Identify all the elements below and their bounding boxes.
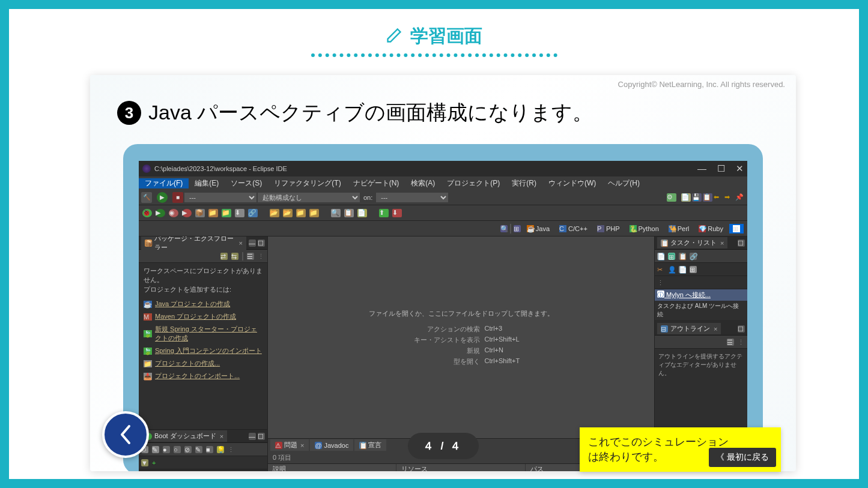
minimize-view-icon[interactable]: ☐ <box>738 239 745 247</box>
close-icon[interactable]: ✕ <box>736 163 744 174</box>
menu-run[interactable]: 実行(R) <box>506 178 542 188</box>
maximize-view-icon[interactable]: ☐ <box>258 433 265 440</box>
link-java-project[interactable]: Java プロジェクトの作成 <box>155 300 230 309</box>
perspective-java[interactable]: ☕Java <box>523 224 553 233</box>
tb-icon-5[interactable]: 🔗 <box>248 209 258 217</box>
menu-search[interactable]: 検索(A) <box>405 178 441 188</box>
launch-selector-2[interactable]: --- <box>376 193 448 202</box>
minimize-view-icon[interactable]: — <box>249 433 256 440</box>
tab-problems[interactable]: ⚠問題× <box>270 439 309 451</box>
perspective-perl[interactable]: 🐪Perl <box>665 224 693 233</box>
perspective-ruby[interactable]: 💎Ruby <box>695 224 727 233</box>
forward-icon[interactable]: ➡ <box>724 193 734 202</box>
tb-icon-10[interactable]: 🔍 <box>331 209 341 217</box>
tb-icon-12[interactable]: 📄 <box>357 209 367 217</box>
previous-button[interactable] <box>102 411 149 458</box>
tb-icon-8[interactable]: 📁 <box>296 209 306 217</box>
link-import-project[interactable]: プロジェクトのインポート... <box>155 372 240 381</box>
task-menu-icon[interactable]: ⋮ <box>657 279 664 286</box>
task-icon-4[interactable]: 🔗 <box>690 253 697 260</box>
coverage-icon[interactable]: ◉ <box>169 209 178 217</box>
task-list-tab[interactable]: 📋 タスク・リスト × <box>657 237 727 249</box>
collapse-all-icon[interactable]: ⇄ <box>220 253 228 260</box>
outline-menu-icon[interactable]: ⋮ <box>738 339 745 346</box>
minimize-icon[interactable]: — <box>697 163 706 174</box>
boot-icon-8[interactable]: 💡 <box>217 446 224 453</box>
menu-help[interactable]: ヘルプ(H) <box>602 178 646 188</box>
perspective-python[interactable]: 🐍Python <box>626 224 663 233</box>
debug-icon[interactable]: 🐞 <box>142 209 152 217</box>
settings-icon[interactable]: ⚙ <box>667 193 676 202</box>
outline-tab[interactable]: ⊟ アウトライン × <box>657 323 721 334</box>
task-icon-2[interactable]: ⊞ <box>668 253 675 260</box>
boot-icon-7[interactable]: ■ <box>206 446 213 453</box>
tb-icon-14[interactable]: ⬇ <box>392 209 402 217</box>
quick-access-icon[interactable]: 🔍 <box>500 225 508 232</box>
task-icon-8[interactable]: ⊞ <box>690 266 697 273</box>
build-icon[interactable]: 🔨 <box>141 192 152 203</box>
menu-file[interactable]: ファイル(F) <box>139 178 189 188</box>
launch-selector-1[interactable]: --- <box>184 193 256 202</box>
tab-javadoc[interactable]: @Javadoc <box>310 439 353 451</box>
close-icon[interactable]: × <box>714 325 717 333</box>
pin-icon[interactable]: 📌 <box>735 193 745 202</box>
link-editor-icon[interactable]: ⇆ <box>231 253 238 260</box>
run2-icon[interactable]: ▶ <box>156 209 165 217</box>
boot-filter-icon[interactable]: ▼ <box>141 459 148 466</box>
tb-icon-6[interactable]: 📂 <box>270 209 279 217</box>
tb-icon-1[interactable]: 📦 <box>195 209 205 217</box>
tb-icon-11[interactable]: 📋 <box>344 209 354 217</box>
tb-icon-3[interactable]: 📁 <box>222 209 231 217</box>
menu-refactor[interactable]: リファクタリング(T) <box>268 178 347 188</box>
menu-source[interactable]: ソース(S) <box>225 178 268 188</box>
menu-navigate[interactable]: ナビゲート(N) <box>347 178 405 188</box>
stop-button[interactable]: ■ <box>172 192 183 203</box>
open-persp-icon[interactable]: ⊞ <box>514 225 521 232</box>
menu-window[interactable]: ウィンドウ(W) <box>542 178 602 188</box>
view-menu-icon[interactable]: ⋮ <box>258 253 265 260</box>
perspective-active[interactable]: ⊞ <box>729 224 744 233</box>
task-icon-6[interactable]: 👤 <box>668 266 675 273</box>
run-button[interactable]: ▶ <box>157 192 168 203</box>
minimize-view-icon[interactable]: ☐ <box>738 325 745 333</box>
perspective-php[interactable]: PPHP <box>593 224 624 233</box>
task-icon-5[interactable]: ✂ <box>657 266 664 273</box>
mylyn-connect-link[interactable]: ⓘ Mylyn へ接続... <box>655 289 747 301</box>
boot-icon-5[interactable]: ⊘ <box>184 446 192 453</box>
boot-icon-6[interactable]: ✎ <box>195 446 202 453</box>
boot-icon-4[interactable]: ○ <box>174 446 181 453</box>
maximize-icon[interactable]: ☐ <box>717 163 725 174</box>
menu-project[interactable]: プロジェクト(P) <box>441 178 506 188</box>
close-icon[interactable]: × <box>239 239 243 247</box>
tb-icon-13[interactable]: ⬆ <box>379 209 389 217</box>
link-maven-project[interactable]: Maven プロジェクトの作成 <box>155 312 236 321</box>
tb-icon-7[interactable]: 📂 <box>283 209 293 217</box>
filter-icon[interactable]: ☰ <box>247 253 254 260</box>
boot-menu-icon[interactable]: ⋮ <box>228 446 235 453</box>
perspective-ccpp[interactable]: CC/C++ <box>556 224 591 233</box>
boot-dashboard-tab[interactable]: ● Boot ダッシュボード × <box>141 430 227 442</box>
minimize-view-icon[interactable]: — <box>249 239 256 247</box>
tb-icon-4[interactable]: ⬇ <box>235 209 244 217</box>
new-icon[interactable]: 📄 <box>681 193 691 202</box>
maximize-view-icon[interactable]: ☐ <box>258 239 265 247</box>
boot-icon-2[interactable]: ✎ <box>152 446 159 453</box>
boot-add-icon[interactable]: + <box>152 459 159 466</box>
ext-tools-icon[interactable]: ▶ <box>182 209 192 217</box>
task-icon-1[interactable]: 📄 <box>657 253 664 260</box>
save-icon[interactable]: 💾 <box>692 193 702 202</box>
menu-edit[interactable]: 編集(E) <box>189 178 225 188</box>
link-spring-project[interactable]: 新規 Spring スターター・プロジェクトの作成 <box>155 325 263 343</box>
task-icon-7[interactable]: 📄 <box>679 266 686 273</box>
launch-config-selector[interactable]: 起動構成なし <box>258 193 360 202</box>
save-all-icon[interactable]: 📋 <box>703 193 712 202</box>
boot-icon-3[interactable]: ● <box>163 446 170 453</box>
tb-icon-9[interactable]: 📁 <box>309 209 319 217</box>
close-icon[interactable]: × <box>300 442 304 449</box>
back-icon[interactable]: ⬅ <box>714 193 723 202</box>
task-icon-3[interactable]: 📋 <box>679 253 686 260</box>
tb-icon-2[interactable]: 📁 <box>208 209 218 217</box>
return-to-start-button[interactable]: 《 最初に戻る <box>709 448 776 467</box>
tab-declaration[interactable]: 📋宣言 <box>354 439 386 451</box>
close-icon[interactable]: × <box>220 433 223 440</box>
